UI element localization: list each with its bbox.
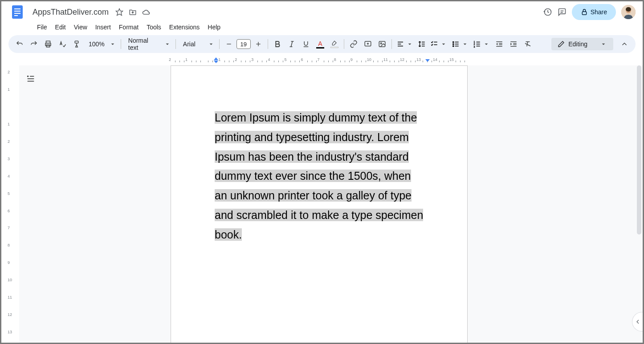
decrease-font-size-button[interactable] <box>222 37 236 51</box>
redo-button[interactable] <box>27 37 41 51</box>
insert-comment-button[interactable] <box>361 37 375 51</box>
svg-rect-2 <box>14 11 20 12</box>
text-color-swatch <box>316 47 324 49</box>
insert-link-button[interactable] <box>347 37 360 51</box>
svg-rect-8 <box>582 12 586 15</box>
highlight-color-swatch <box>330 47 338 48</box>
move-icon[interactable] <box>128 8 137 16</box>
cloud-status-icon[interactable] <box>142 8 151 16</box>
svg-text:3: 3 <box>473 45 475 48</box>
menu-edit[interactable]: Edit <box>52 22 69 32</box>
document-title[interactable]: AppsThatDeliver.com <box>30 7 111 18</box>
side-panel-toggle[interactable] <box>632 312 643 332</box>
menu-insert[interactable]: Insert <box>92 22 114 32</box>
right-indent-marker[interactable] <box>425 59 430 62</box>
mode-label: Editing <box>568 40 587 48</box>
spellcheck-button[interactable] <box>56 37 69 51</box>
italic-button[interactable] <box>285 37 298 51</box>
bold-button[interactable] <box>271 37 284 51</box>
selected-text: Lorem Ipsum is simply dummy text of the … <box>215 111 423 241</box>
font-selector[interactable]: Arial <box>179 40 216 48</box>
svg-point-56 <box>28 76 29 77</box>
zoom-selector[interactable]: 100% <box>84 40 118 48</box>
zoom-value: 100% <box>86 40 107 48</box>
left-indent-marker[interactable] <box>214 57 218 63</box>
comments-icon[interactable] <box>558 8 567 16</box>
svg-marker-5 <box>116 9 123 16</box>
svg-rect-4 <box>14 15 18 16</box>
docs-logo[interactable] <box>8 3 26 21</box>
undo-button[interactable] <box>13 37 26 51</box>
svg-point-11 <box>626 7 631 12</box>
share-button[interactable]: Share <box>572 4 616 20</box>
svg-point-38 <box>452 45 453 46</box>
svg-rect-1 <box>14 8 20 9</box>
menu-help[interactable]: Help <box>204 22 224 32</box>
svg-point-27 <box>380 43 382 44</box>
menu-tools[interactable]: Tools <box>143 22 165 32</box>
outline-toggle-button[interactable] <box>23 71 39 87</box>
version-history-icon[interactable] <box>543 8 552 16</box>
svg-rect-3 <box>14 13 20 14</box>
svg-rect-0 <box>12 5 23 19</box>
style-value: Normal text <box>126 37 162 51</box>
share-label: Share <box>591 8 607 16</box>
horizontal-ruler[interactable]: 21123456789101112131415 <box>19 57 643 65</box>
font-value: Arial <box>180 40 198 48</box>
clear-formatting-button[interactable] <box>521 37 534 51</box>
highlight-color-button[interactable] <box>328 37 341 51</box>
collapse-toolbar-button[interactable] <box>618 37 631 51</box>
menu-bar: File Edit View Insert Format Tools Exten… <box>8 20 636 35</box>
increase-font-size-button[interactable] <box>252 37 265 51</box>
document-body[interactable]: Lorem Ipsum is simply dummy text of the … <box>215 108 424 244</box>
line-spacing-button[interactable] <box>416 40 428 48</box>
svg-point-37 <box>452 44 453 45</box>
style-selector[interactable]: Normal text <box>124 37 173 51</box>
svg-rect-15 <box>75 41 78 43</box>
bullet-list-button[interactable] <box>450 40 470 48</box>
format-paint-button[interactable] <box>70 37 83 51</box>
text-color-button[interactable]: A <box>314 37 327 51</box>
menu-format[interactable]: Format <box>115 22 142 32</box>
numbered-list-button[interactable]: 123 <box>471 40 492 48</box>
toolbar: 100% Normal text Arial 19 A <box>8 35 636 53</box>
vertical-scrollbar[interactable] <box>637 65 641 235</box>
account-avatar[interactable] <box>621 5 636 19</box>
menu-file[interactable]: File <box>33 22 51 32</box>
vertical-ruler[interactable]: 2112345678910111213 <box>1 65 19 344</box>
menu-extensions[interactable]: Extensions <box>166 22 203 32</box>
star-icon[interactable] <box>115 8 124 16</box>
print-button[interactable] <box>41 37 55 51</box>
insert-image-button[interactable] <box>375 37 389 51</box>
increase-indent-button[interactable] <box>507 37 520 51</box>
svg-point-36 <box>452 41 453 42</box>
menu-view[interactable]: View <box>70 22 91 32</box>
font-size-input[interactable]: 19 <box>236 39 251 49</box>
decrease-indent-button[interactable] <box>493 37 506 51</box>
mode-selector[interactable]: Editing <box>551 38 613 50</box>
checklist-button[interactable] <box>428 40 449 48</box>
svg-line-21 <box>291 41 292 47</box>
underline-button[interactable] <box>299 37 313 51</box>
document-page[interactable]: Lorem Ipsum is simply dummy text of the … <box>171 65 468 344</box>
align-button[interactable] <box>395 40 415 48</box>
